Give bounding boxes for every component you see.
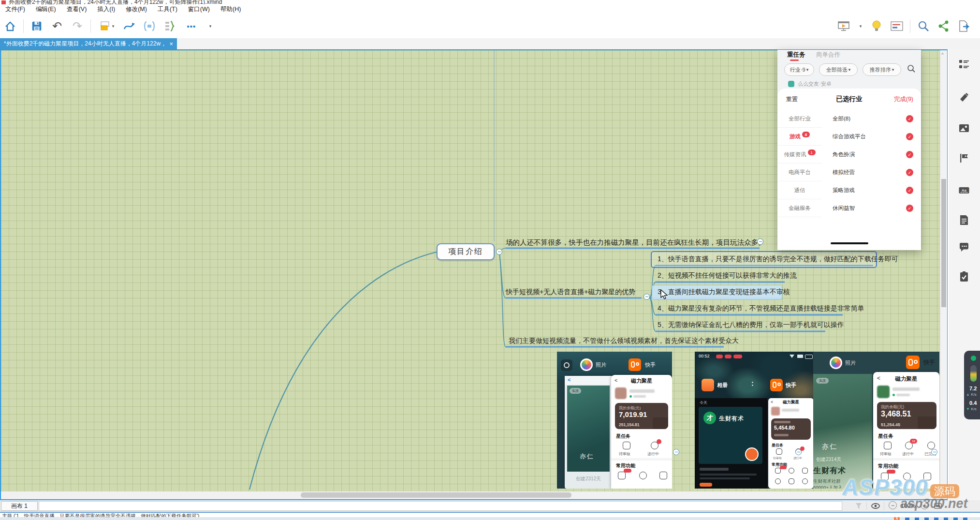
menu-view[interactable]: 查看(V)	[61, 5, 92, 14]
collapse-toggle[interactable]	[496, 249, 502, 255]
fit-screen-icon[interactable]	[934, 502, 942, 510]
label-aa-icon[interactable]: Aa	[959, 185, 969, 195]
industry-menu-all[interactable]: 全部行业	[777, 110, 822, 128]
idea-button[interactable]	[868, 18, 885, 34]
export-button[interactable]	[956, 18, 972, 34]
topic-advantage-item-4[interactable]: 4、磁力聚星没有复杂的环节，不管视频还是直播挂载链接是非常简单	[658, 304, 864, 313]
progress-badge-count: 19	[912, 440, 915, 443]
check-icon[interactable]: ✓	[906, 205, 913, 212]
done-button[interactable]: 完成(9)	[894, 95, 913, 104]
canvas-sheet-tab[interactable]: 画布 1	[1, 501, 38, 511]
close-icon[interactable]: ×	[169, 40, 173, 47]
review-label: 待审核	[773, 456, 782, 461]
check-icon[interactable]: ✓	[906, 169, 913, 176]
menu-insert[interactable]: 插入(I)	[92, 5, 120, 14]
save-button[interactable]	[29, 18, 45, 34]
collapse-toggle[interactable]	[757, 238, 763, 245]
filter-chip-sort[interactable]: 推荐排序▾	[863, 63, 901, 76]
filter-sheet-image[interactable]: 重任务 商单合作 行业·9▾ 全部筛选▾ 推荐排序▾ 么么交友·安卓 重置 已选…	[777, 50, 921, 250]
industry-menu-finance[interactable]: 金融服务	[777, 199, 822, 217]
topic-advantage-item-2[interactable]: 2、短视频不挂任何链接可以获得非常大的推流	[658, 271, 797, 280]
phone-screenshot-2[interactable]: 00:52 相册 快手 今天 才 生财有术 < 磁力聚星 5,454.80	[695, 352, 814, 489]
topic-market[interactable]: 场的人还不算很多，快手也在力推磁力聚星，目前还在疯狂生长期，项目玩法众多。	[506, 238, 765, 247]
home-button[interactable]	[2, 18, 18, 34]
zoom-out-button[interactable]: −	[889, 501, 897, 509]
menu-edit[interactable]: 编辑(E)	[30, 5, 61, 14]
sheet-tab-strip[interactable]	[39, 501, 842, 511]
option-roleplay[interactable]: 角色扮演✓	[822, 146, 921, 163]
home-indicator	[831, 242, 868, 244]
boundary-button[interactable]	[141, 18, 158, 34]
toolbar: ↶ ↷ ▾ ••• ▾ ▾	[0, 14, 980, 38]
menu-window[interactable]: 窗口(W)	[183, 5, 215, 14]
notes-icon[interactable]	[959, 215, 969, 225]
topic-root[interactable]: 项目介绍	[437, 243, 495, 260]
slide-notes-button[interactable]	[889, 18, 905, 34]
scroll-up-icon[interactable]: ^	[941, 52, 944, 58]
vertical-scroll-thumb[interactable]	[941, 179, 946, 307]
industry-menu-telecom[interactable]: 通信	[777, 181, 822, 199]
filter-funnel-icon[interactable]	[855, 502, 863, 510]
search-icon[interactable]	[907, 64, 916, 73]
relationship-icon	[122, 20, 136, 32]
sheet-tab-inactive[interactable]: 商单合作	[816, 51, 840, 59]
redo-button[interactable]: ↷	[69, 18, 86, 34]
topic-advantage-item-5[interactable]: 5、无需缴纳保证金乱七八糟的费用，仅靠一部手机就可以操作	[658, 321, 844, 329]
zoom-in-button[interactable]: +	[921, 501, 929, 509]
sheet-tab-active[interactable]: 重任务	[787, 51, 805, 59]
document-tab[interactable]: *外面收费2千的磁力聚星项目，24小时无人直播，4个月122w，可矩阵操作(1)…	[0, 38, 177, 49]
phone-screenshot-1[interactable]: 照片 快手 < 实况 亦仁 创建2312天 < 磁力聚星 我的余额(元) 7,0…	[557, 352, 672, 489]
industry-menu-game[interactable]: 游戏8	[777, 128, 822, 146]
search-button[interactable]	[915, 18, 932, 34]
topic-advantage-item-3[interactable]: 3、直播间挂载磁力聚星变现链接基本不审核	[658, 288, 790, 297]
func-icon	[618, 472, 626, 479]
menu-file[interactable]: 文件(F)	[0, 5, 30, 14]
summary-button[interactable]	[161, 18, 178, 34]
menu-tools[interactable]: 工具(T)	[152, 5, 183, 14]
undo-button[interactable]: ↶	[49, 18, 65, 34]
more-tools-button[interactable]: •••	[182, 18, 201, 34]
menu-modify[interactable]: 修改(M)	[120, 5, 152, 14]
topic-strategy[interactable]: 我们主要做短视频流量，不管做什么领域视频素材，首先保证这个素材受众大	[509, 337, 739, 345]
image-icon[interactable]	[959, 123, 969, 134]
industry-menu-ecommerce[interactable]: 电商平台	[777, 163, 822, 181]
eye-icon[interactable]	[871, 502, 880, 510]
topic-advantage-item-1[interactable]: 1、快手语音直播，只要不是很厉害的诱导完全不违规，做好匹配的下载任务即可	[658, 255, 898, 264]
check-icon[interactable]: ✓	[906, 133, 913, 140]
menu-help[interactable]: 帮助(H)	[215, 5, 246, 14]
collapse-toggle[interactable]	[644, 294, 650, 300]
present-menu-button[interactable]: ▾	[856, 18, 864, 34]
check-icon[interactable]: ✓	[906, 187, 913, 194]
relationship-button[interactable]	[121, 18, 137, 34]
collapse-toggle[interactable]	[931, 449, 937, 455]
phone-screenshot-3[interactable]: 照片 快手 实况 亦仁 创建2314天 生财有术 生财有术社群 50000+人加…	[813, 352, 939, 489]
horizontal-scrollbar[interactable]	[1, 491, 940, 499]
check-icon[interactable]: ✓	[906, 115, 913, 122]
toolbar-expand-button[interactable]: ▾	[205, 18, 215, 34]
option-simulation[interactable]: 模拟经营✓	[822, 163, 921, 181]
style-brush-icon[interactable]	[959, 92, 969, 103]
check-icon[interactable]: ✓	[906, 151, 913, 158]
chip-label: 推荐排序	[870, 66, 891, 74]
horizontal-scroll-thumb[interactable]	[301, 492, 571, 498]
comment-icon[interactable]	[959, 242, 969, 253]
outline-structure-icon[interactable]	[959, 59, 969, 70]
industry-menu-media[interactable]: 传媒资讯1	[777, 146, 822, 163]
option-casual[interactable]: 休闲益智✓	[822, 199, 921, 217]
topic-advantage[interactable]: 快手短视频+无人语音直播+磁力聚星的优势	[506, 288, 635, 297]
present-button[interactable]	[835, 18, 852, 34]
layout-button[interactable]: ▾	[96, 18, 117, 34]
task-clipboard-icon[interactable]	[959, 271, 969, 282]
filter-chip-all[interactable]: 全部筛选▾	[819, 63, 858, 76]
collapse-toggle[interactable]	[795, 449, 802, 455]
collapse-toggle[interactable]	[673, 449, 679, 455]
option-platform[interactable]: 综合游戏平台✓	[822, 128, 921, 146]
vertical-scrollbar[interactable]: ^	[940, 50, 947, 499]
flag-marker-icon[interactable]	[959, 153, 969, 163]
network-monitor-widget[interactable]: 7.2 ▲ K/s 0.4 ▼ K/s	[964, 351, 980, 419]
share-button[interactable]	[936, 18, 952, 34]
chevron-down-icon: ▾	[112, 24, 115, 29]
option-all[interactable]: 全部(8)✓	[822, 110, 921, 128]
filter-chip-industry[interactable]: 行业·9▾	[784, 63, 814, 76]
option-strategy[interactable]: 策略游戏✓	[822, 181, 921, 199]
